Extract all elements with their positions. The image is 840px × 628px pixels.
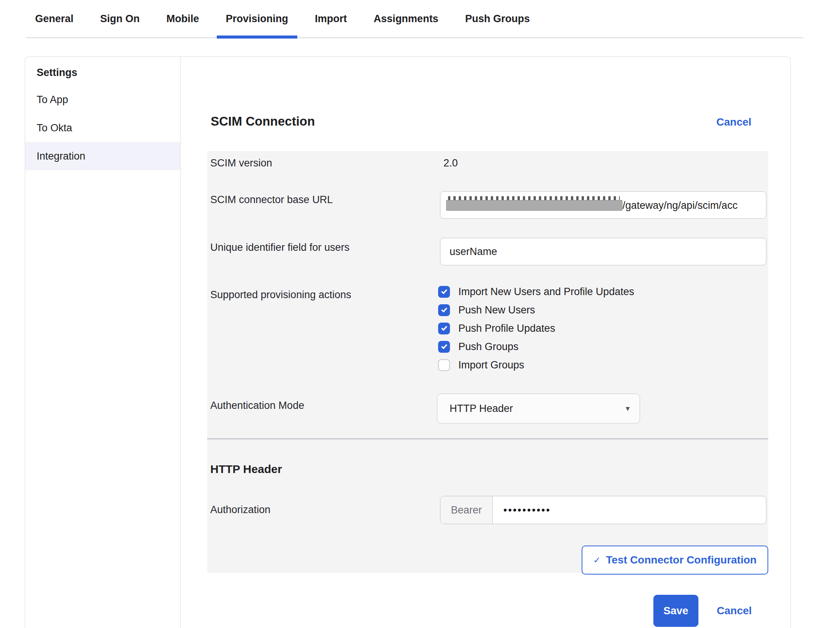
test-connector-label: Test Connector Configuration	[606, 554, 757, 566]
action-row-push-groups: Push Groups	[438, 341, 519, 353]
unique-id-input[interactable]: userName	[440, 238, 766, 265]
redaction-bar	[446, 200, 622, 211]
action-row-push-new-users: Push New Users	[438, 304, 535, 316]
bearer-prefix: Bearer	[440, 496, 493, 524]
cancel-link-top[interactable]: Cancel	[716, 116, 777, 128]
scim-version-label: SCIM version	[210, 157, 272, 169]
checkmark-icon	[440, 288, 448, 295]
checkbox-push-profile-updates[interactable]	[438, 323, 450, 334]
section-divider	[207, 438, 768, 439]
sidebar-item-integration[interactable]: Integration	[25, 142, 180, 170]
auth-mode-value: HTTP Header	[450, 403, 513, 415]
checkmark-icon	[440, 343, 448, 350]
sidebar-heading: Settings	[25, 66, 180, 79]
app-tab-bar: General Sign On Mobile Provisioning Impo…	[26, 0, 803, 38]
checkbox-label: Push New Users	[458, 304, 535, 316]
tab-import[interactable]: Import	[306, 0, 356, 38]
action-row-push-profile-updates: Push Profile Updates	[438, 322, 555, 334]
action-row-import-groups: Import Groups	[438, 359, 524, 371]
checkbox-import-groups[interactable]	[438, 359, 450, 371]
redacted-text-tops	[448, 196, 620, 200]
checkbox-label: Push Groups	[458, 341, 519, 353]
tab-mobile[interactable]: Mobile	[157, 0, 208, 38]
tab-provisioning[interactable]: Provisioning	[217, 0, 298, 38]
sidebar-item-to-okta[interactable]: To Okta	[25, 114, 180, 142]
settings-sidebar: Settings To App To Okta Integration	[25, 57, 181, 628]
authorization-token-input[interactable]: ••••••••••	[493, 496, 551, 524]
checkbox-push-new-users[interactable]	[438, 304, 450, 316]
tab-push-groups[interactable]: Push Groups	[456, 0, 539, 38]
scim-version-value: 2.0	[443, 157, 458, 169]
tab-general[interactable]: General	[26, 0, 83, 38]
provisioning-actions-label: Supported provisioning actions	[210, 289, 351, 301]
checkbox-push-groups[interactable]	[438, 341, 450, 353]
scim-form-panel: SCIM version 2.0 SCIM connector base URL…	[207, 151, 768, 573]
authorization-input-group: Bearer ••••••••••	[440, 496, 766, 524]
base-url-visible-tail: /gateway/ng/api/scim/acc	[622, 192, 738, 219]
cancel-link-bottom[interactable]: Cancel	[717, 595, 752, 627]
sidebar-item-to-app[interactable]: To App	[25, 86, 180, 114]
checkmark-icon	[440, 306, 448, 314]
unique-id-label: Unique identifier field for users	[210, 242, 350, 253]
auth-mode-label: Authentication Mode	[210, 400, 304, 412]
action-row-import-users: Import New Users and Profile Updates	[438, 286, 634, 298]
tab-sign-on[interactable]: Sign On	[91, 0, 149, 38]
auth-mode-select[interactable]: HTTP Header ▾	[437, 394, 640, 423]
checkmark-icon: ✓	[593, 555, 601, 565]
checkbox-label: Import New Users and Profile Updates	[458, 286, 634, 298]
chevron-down-icon: ▾	[626, 404, 630, 413]
authorization-label: Authorization	[210, 504, 271, 516]
test-connector-configuration-button[interactable]: ✓ Test Connector Configuration	[582, 546, 768, 575]
checkbox-label: Import Groups	[458, 359, 524, 371]
screen: General Sign On Mobile Provisioning Impo…	[0, 0, 840, 628]
checkmark-icon	[440, 324, 448, 332]
base-url-input[interactable]: /gateway/ng/api/scim/acc	[440, 191, 766, 219]
http-header-section-title: HTTP Header	[210, 463, 282, 476]
save-button[interactable]: Save	[653, 595, 698, 627]
checkbox-label: Push Profile Updates	[458, 323, 555, 334]
checkbox-import-new-users[interactable]	[438, 286, 450, 298]
page-title: SCIM Connection	[211, 114, 315, 129]
tab-assignments[interactable]: Assignments	[364, 0, 448, 38]
provisioning-card: Settings To App To Okta Integration SCIM…	[25, 57, 791, 628]
base-url-label: SCIM connector base URL	[210, 194, 333, 206]
